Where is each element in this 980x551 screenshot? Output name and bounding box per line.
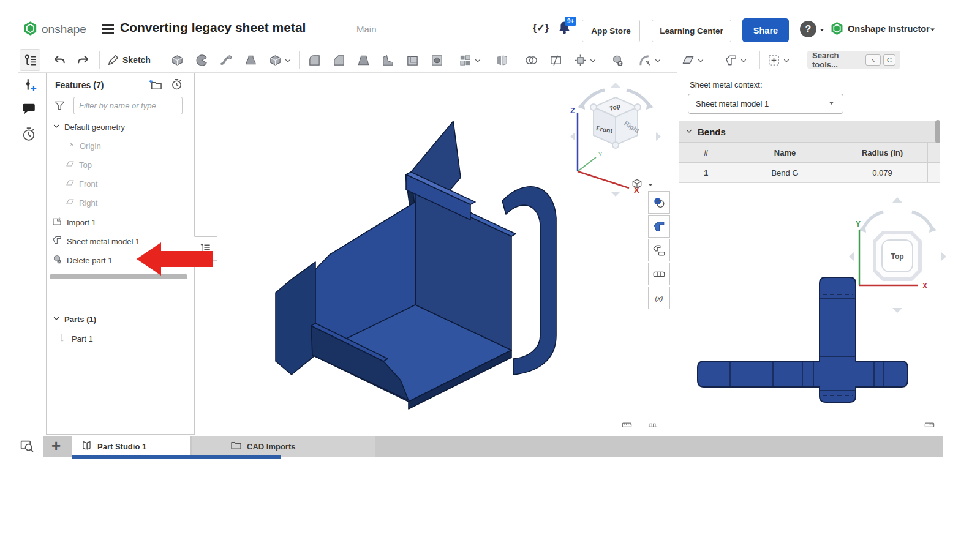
bends-table-header: # Name Radius (in) — [679, 142, 940, 163]
tree-item-delete-part[interactable]: Delete part 1 — [51, 253, 112, 267]
revolve-icon[interactable] — [195, 53, 209, 70]
annotation-arrow — [132, 239, 217, 282]
linear-pattern-icon[interactable] — [458, 53, 472, 70]
tree-item-front-plane[interactable]: Front — [65, 178, 97, 190]
panel-scrollbar-thumb[interactable] — [935, 120, 940, 143]
chevron-down-icon[interactable] — [685, 126, 693, 137]
chevron-down-icon[interactable] — [53, 313, 60, 324]
hole-icon[interactable] — [430, 53, 444, 70]
shortcut-key-option: ⌥ — [865, 54, 881, 66]
tree-item-right-plane[interactable]: Right — [65, 197, 97, 209]
search-tools-label: Search tools... — [812, 51, 863, 69]
features-panel-title: Features (7) — [55, 80, 104, 90]
view-options-caret-icon[interactable] — [647, 180, 654, 191]
rib-icon[interactable] — [381, 53, 395, 70]
add-tab-button[interactable]: + — [51, 435, 61, 456]
folded-view-button[interactable] — [648, 215, 670, 238]
extrude-icon[interactable] — [170, 53, 184, 70]
onshape-logo-icon[interactable] — [22, 20, 39, 39]
boolean-icon[interactable] — [524, 53, 538, 70]
context-select[interactable]: Sheet metal model 1 — [688, 94, 843, 114]
split-icon[interactable] — [549, 53, 563, 70]
variables-button[interactable] — [648, 287, 670, 309]
loft-icon[interactable] — [244, 53, 258, 70]
help-button[interactable]: ? — [800, 21, 816, 37]
tab-cad-imports[interactable]: CAD Imports — [192, 436, 375, 457]
thicken-icon[interactable] — [268, 53, 282, 70]
chevron-down-icon[interactable] — [53, 121, 60, 132]
tree-item-import[interactable]: Import 1 — [51, 216, 96, 229]
tree-item-top-plane[interactable]: Top — [65, 159, 92, 171]
tab-part-studio[interactable]: Part Studio 1 — [72, 436, 190, 457]
feature-tree-toggle-button[interactable] — [20, 49, 40, 71]
sketch-button[interactable]: Sketch — [123, 55, 151, 65]
tree-item-sheet-metal-model[interactable]: Sheet metal model 1 — [51, 234, 140, 248]
surface-caret-icon[interactable] — [697, 56, 704, 67]
delete-part-icon[interactable] — [610, 53, 624, 70]
scale-ruler-icon — [621, 419, 633, 433]
learning-center-button[interactable]: Learning Center — [652, 20, 731, 42]
column-header-name[interactable]: Name — [733, 143, 837, 162]
hamburger-menu-icon[interactable] — [102, 23, 114, 36]
mate-connector-add-icon[interactable] — [22, 77, 38, 96]
parts-section-header[interactable]: Parts (1) — [53, 313, 96, 324]
filter-input[interactable] — [74, 97, 183, 114]
workspace-name[interactable]: Main — [356, 24, 377, 34]
featurescript-icon[interactable]: {✓} — [533, 22, 549, 34]
undo-icon[interactable] — [53, 53, 67, 70]
share-button[interactable]: Share — [742, 18, 789, 42]
help-caret-icon[interactable] — [818, 25, 826, 36]
draft-icon[interactable] — [356, 53, 371, 70]
modify-fillet-icon[interactable] — [638, 53, 652, 70]
sheet-metal-part-3d[interactable] — [257, 98, 564, 416]
bends-table-row[interactable]: 1 Bend G 0.079 — [679, 163, 940, 183]
modify-caret-icon[interactable] — [654, 56, 662, 67]
onshape-logo-text[interactable]: onshape — [42, 23, 86, 36]
account-caret-icon[interactable] — [929, 25, 937, 36]
transform-caret-icon[interactable] — [589, 56, 597, 67]
sheet-metal-caret-icon[interactable] — [740, 56, 747, 67]
preview-search-icon[interactable] — [20, 438, 35, 456]
shell-icon[interactable] — [405, 53, 420, 70]
filter-funnel-icon[interactable] — [53, 99, 66, 114]
sheet-metal-icon[interactable] — [724, 53, 738, 70]
tree-item-origin[interactable]: Origin — [67, 140, 101, 152]
sweep-icon[interactable] — [219, 53, 233, 70]
combined-view-button[interactable] — [648, 239, 670, 261]
history-icon[interactable] — [21, 126, 37, 144]
mate-connector-icon[interactable] — [767, 53, 781, 70]
context-select-value: Sheet metal model 1 — [696, 99, 827, 108]
transform-icon[interactable] — [573, 53, 587, 70]
account-menu[interactable]: Onshape Instructor — [848, 24, 930, 34]
flat-pattern[interactable] — [681, 272, 914, 410]
tree-item-part-1[interactable]: Part 1 — [58, 332, 93, 345]
flat-cube-label: Top — [891, 252, 903, 261]
part-swatch-icon — [58, 332, 67, 345]
appearance-button[interactable] — [648, 191, 670, 214]
rollback-history-icon[interactable] — [170, 78, 183, 93]
thicken-caret-icon[interactable] — [284, 56, 292, 67]
column-header-radius[interactable]: Radius (in) — [837, 143, 928, 162]
view-options-cube-icon[interactable] — [631, 178, 643, 192]
context-label: Sheet metal context: — [690, 80, 763, 89]
chamfer-icon[interactable] — [332, 53, 346, 70]
mirror-icon[interactable] — [495, 53, 509, 70]
app-store-button[interactable]: App Store — [582, 20, 640, 42]
bend-num: 1 — [679, 163, 733, 182]
plane-icon — [65, 159, 75, 171]
fillet-icon[interactable] — [307, 53, 322, 70]
header-bar: onshape Converting legacy sheet metal Ma… — [18, 12, 943, 47]
sketch-pencil-icon[interactable] — [107, 53, 120, 69]
new-folder-icon[interactable] — [148, 78, 162, 94]
surface-icon[interactable] — [681, 53, 695, 70]
mate-connector-caret-icon[interactable] — [783, 56, 790, 67]
tree-item-default-geometry[interactable]: Default geometry — [53, 121, 125, 132]
redo-icon[interactable] — [76, 53, 90, 70]
pattern-caret-icon[interactable] — [474, 56, 481, 67]
bends-section-header[interactable]: Bends — [679, 121, 940, 142]
column-header-num[interactable]: # — [679, 143, 733, 162]
comment-icon[interactable] — [21, 102, 37, 120]
flat-view-button[interactable] — [648, 263, 670, 285]
search-tools-button[interactable]: Search tools... ⌥ C — [807, 51, 900, 69]
axis-z-label: Z — [570, 106, 575, 115]
